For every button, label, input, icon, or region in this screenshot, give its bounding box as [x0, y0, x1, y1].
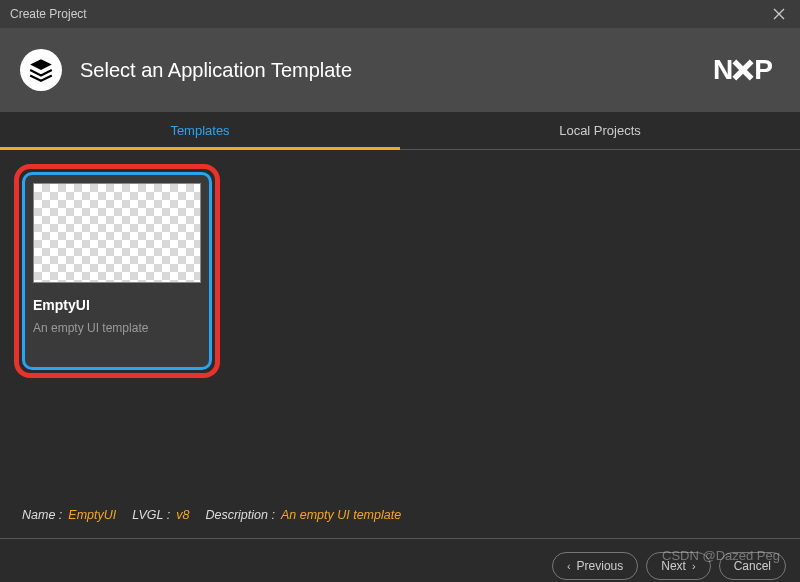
tab-templates[interactable]: Templates — [0, 112, 400, 149]
footer-info: Name : EmptyUI LVGL : v8 Description : A… — [0, 508, 800, 538]
template-description: An empty UI template — [33, 321, 201, 335]
name-value: EmptyUI — [68, 508, 116, 522]
button-label: Previous — [577, 559, 624, 573]
template-card-highlight: EmptyUI An empty UI template — [14, 164, 220, 378]
layers-icon-circle — [20, 49, 62, 91]
button-label: Next — [661, 559, 686, 573]
name-label: Name : — [22, 508, 62, 522]
window-title: Create Project — [10, 7, 87, 21]
button-label: Cancel — [734, 559, 771, 573]
template-title: EmptyUI — [33, 297, 201, 313]
nxp-logo: N P — [713, 54, 772, 86]
tabs: Templates Local Projects — [0, 112, 800, 150]
chevron-right-icon: › — [692, 560, 696, 572]
cancel-button[interactable]: Cancel — [719, 552, 786, 580]
footer-buttons: ‹ Previous Next › Cancel — [0, 538, 800, 582]
description-label: Description : — [205, 508, 274, 522]
header: Select an Application Template N P — [0, 28, 800, 112]
lvgl-value: v8 — [176, 508, 189, 522]
layers-icon — [28, 57, 54, 83]
page-title: Select an Application Template — [80, 59, 352, 82]
next-button[interactable]: Next › — [646, 552, 710, 580]
title-bar: Create Project — [0, 0, 800, 28]
close-button[interactable] — [766, 1, 792, 27]
close-icon — [773, 8, 785, 20]
tab-local-projects[interactable]: Local Projects — [400, 112, 800, 149]
template-card-emptyui[interactable]: EmptyUI An empty UI template — [22, 172, 212, 370]
description-value: An empty UI template — [281, 508, 401, 522]
chevron-left-icon: ‹ — [567, 560, 571, 572]
tab-label: Local Projects — [559, 123, 641, 138]
header-left: Select an Application Template — [20, 49, 352, 91]
nxp-x-icon — [730, 57, 756, 83]
template-thumbnail — [33, 183, 201, 283]
lvgl-label: LVGL : — [132, 508, 170, 522]
previous-button[interactable]: ‹ Previous — [552, 552, 638, 580]
tab-label: Templates — [170, 123, 229, 138]
content-area: EmptyUI An empty UI template — [0, 150, 800, 508]
